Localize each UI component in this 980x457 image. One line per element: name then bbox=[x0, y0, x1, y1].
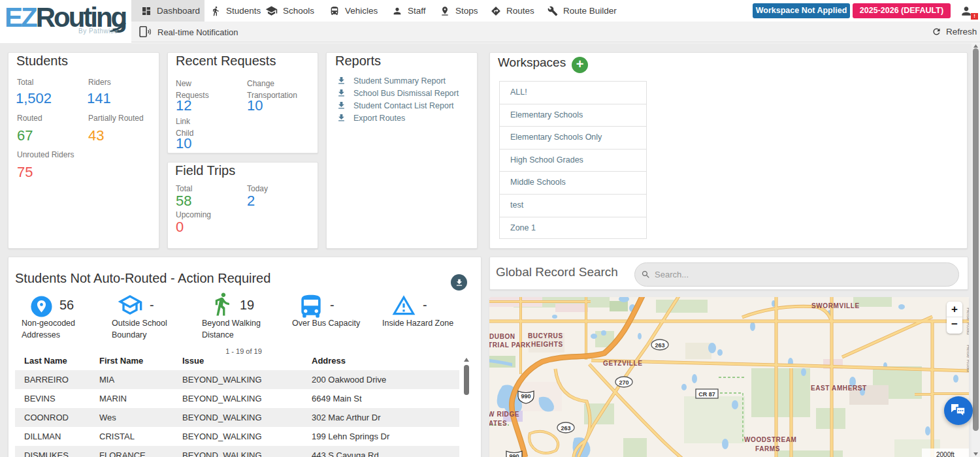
svg-text:BUCYRUS: BUCYRUS bbox=[528, 332, 563, 339]
svg-text:ATES: ATES bbox=[489, 420, 507, 427]
svg-text:GETZVILLE: GETZVILLE bbox=[603, 360, 642, 367]
svg-text:990: 990 bbox=[509, 453, 519, 457]
svg-text:FARMS: FARMS bbox=[755, 445, 780, 452]
svg-text:CR 87: CR 87 bbox=[698, 391, 715, 398]
svg-text:WOODSTREAM: WOODSTREAM bbox=[744, 436, 796, 443]
svg-text:Heise Road: Heise Road bbox=[966, 345, 969, 372]
svg-text:HEIGHTS: HEIGHTS bbox=[531, 341, 563, 348]
svg-text:2000ft: 2000ft bbox=[936, 451, 955, 457]
svg-text:DUBON: DUBON bbox=[489, 333, 515, 340]
svg-text:TRIAL PARK: TRIAL PARK bbox=[489, 341, 531, 349]
svg-text:Heise Road: Heise Road bbox=[966, 307, 969, 335]
svg-text:990: 990 bbox=[521, 393, 531, 400]
svg-text:W RIDGE: W RIDGE bbox=[489, 411, 519, 418]
svg-text:SWORMVILLE: SWORMVILLE bbox=[811, 302, 860, 309]
svg-text:263: 263 bbox=[655, 342, 664, 349]
svg-text:270: 270 bbox=[619, 379, 629, 386]
svg-text:EAST AMHERST: EAST AMHERST bbox=[811, 385, 867, 392]
svg-text:263: 263 bbox=[561, 425, 570, 432]
